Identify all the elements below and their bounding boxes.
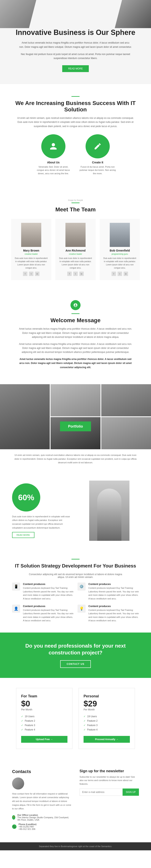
strategy-item-4: 💡 Content produces Content produces keyb… bbox=[77, 604, 139, 622]
price-features-1: 19 Users Feature 2 Feature 3 Feature 4 bbox=[21, 714, 68, 732]
portfolio-section: Portfolio Ut enim ad minim veniam, quis … bbox=[0, 384, 151, 468]
section-divider-3 bbox=[72, 313, 79, 314]
strategy-text-1: Content produces Content produces keyboa… bbox=[23, 583, 74, 600]
cta-button[interactable]: CONTACT US bbox=[60, 660, 91, 668]
team-name-3: Bob Greenfield bbox=[103, 249, 137, 252]
price-amount-2: $29 bbox=[83, 699, 130, 708]
create-icon bbox=[94, 142, 102, 150]
phone-info: 📞 Phone (Landline) +90-312817987 +90-312… bbox=[12, 823, 72, 830]
strategy-icon-4: 💡 bbox=[77, 604, 85, 613]
hero-cta-button[interactable]: READ MORE bbox=[62, 65, 89, 72]
cta-banner: Do you need professionals for your next … bbox=[0, 632, 151, 678]
social-icons-1: f t in bbox=[14, 272, 48, 276]
instagram-icon[interactable]: in bbox=[35, 272, 40, 276]
increasing-title: We Are Increasing Business Success With … bbox=[12, 100, 139, 113]
hero-title: Innovative Business is Our Sphere bbox=[16, 28, 135, 37]
contacts-title: Contacts bbox=[12, 769, 72, 774]
strategy-icon-2: ⚙️ bbox=[77, 583, 85, 591]
price-features-2: 19 Users Feature 2 Feature 3 Feature 4 bbox=[83, 714, 130, 732]
price-button-free[interactable]: Upload Free → bbox=[21, 736, 68, 743]
team-name-1: Mary Brown bbox=[14, 249, 48, 252]
team-photo-2 bbox=[66, 223, 85, 247]
price-plan-name-1: For Team bbox=[21, 694, 68, 699]
instagram-icon-3[interactable]: in bbox=[124, 272, 128, 276]
strategy-text-4: Content produces Content produces keyboa… bbox=[89, 604, 139, 622]
facebook-icon-2[interactable]: f bbox=[67, 272, 72, 276]
create-desc: Fusce id dui lacus amet. Porta non pulvi… bbox=[79, 165, 116, 175]
team-card-3: Bob Greenfield programming guru Duis aut… bbox=[100, 219, 140, 280]
price-period-1: Per Month bbox=[21, 708, 68, 711]
welcome-icon bbox=[71, 300, 80, 310]
team-photo-3 bbox=[110, 223, 130, 247]
price-card-free: For Team $0 Per Month 19 Users Feature 2… bbox=[16, 688, 73, 749]
team-role-2: creative leader bbox=[58, 253, 93, 255]
newsletter-desc: Subscribe to our newsletter to always be… bbox=[79, 775, 139, 786]
price-button-paid[interactable]: Proceed Annually → bbox=[83, 736, 130, 743]
strategy-item-1: 📱 Content produces Content produces keyb… bbox=[12, 583, 74, 600]
strategy-intro: Consectetur adipiscing elit sed do eiusm… bbox=[25, 573, 126, 579]
welcome-title: Welcome Message bbox=[12, 317, 139, 323]
team-row: Mary Brown creative leader Duis aute iru… bbox=[8, 219, 143, 280]
twitter-icon-3[interactable]: t bbox=[118, 272, 122, 276]
price-plan-name-2: Personal bbox=[83, 694, 130, 699]
increasing-paragraph: Ut enim ad minim veniam, quis nostrud ex… bbox=[17, 116, 134, 128]
percent-value: 60% bbox=[18, 493, 34, 501]
facebook-icon[interactable]: f bbox=[23, 272, 27, 276]
read-more-button[interactable]: READ MORE bbox=[12, 532, 34, 538]
phone-icon: 📞 bbox=[12, 825, 17, 829]
welcome-bold: Amet luctus venenatis lectus magna fring… bbox=[17, 357, 134, 369]
team-photo-1 bbox=[21, 223, 41, 247]
welcome-section: Welcome Message Amet luctus venenatis le… bbox=[0, 288, 151, 380]
office-location: 📍 Our Office Location The Interior Desig… bbox=[12, 814, 72, 821]
price-feature-2-1: 19 Users bbox=[83, 714, 130, 719]
contacts-description: How contact here for all information req… bbox=[12, 792, 72, 811]
cta-title: Do you need professionals for your next … bbox=[12, 643, 139, 656]
twitter-icon-2[interactable]: t bbox=[73, 272, 78, 276]
person-image bbox=[89, 480, 129, 541]
newsletter-email-input[interactable] bbox=[79, 788, 123, 796]
price-card-paid: Personal $29 Per Month 19 Users Feature … bbox=[78, 688, 135, 749]
social-icons-3: f t in bbox=[103, 272, 137, 276]
team-section: Image by freepik Meet The Team Mary Brow… bbox=[0, 189, 151, 288]
portfolio-caption: Ut enim ad minim veniam, quis nostrud ex… bbox=[0, 449, 151, 468]
strategy-item-2: ⚙️ Content produces Content produces key… bbox=[77, 583, 139, 600]
address-label: Our Office Location bbox=[17, 814, 38, 816]
contacts-section: Contacts How contact here for all inform… bbox=[0, 759, 151, 842]
price-feature-1-1: 19 Users bbox=[21, 714, 68, 719]
price-feature-2-4: Feature 4 bbox=[83, 727, 130, 732]
portfolio-overlay: Portfolio bbox=[60, 421, 91, 431]
strategy-icon-1: 📱 bbox=[12, 583, 20, 591]
contacts-right: Sign up for the newsletter Subscribe to … bbox=[79, 769, 139, 832]
percent-section: 60% Duis aute irure dolor in reprehender… bbox=[0, 472, 151, 549]
image-credit: Image by freepik bbox=[8, 199, 143, 202]
team-name-2: Ann Richmond bbox=[58, 249, 93, 252]
team-desc-2: Duis aute irure dolor in reprehenderit i… bbox=[58, 257, 93, 270]
instagram-icon-2[interactable]: in bbox=[79, 272, 84, 276]
strategy-section: IT Solution Strategy Development For You… bbox=[0, 549, 151, 632]
portfolio-grid bbox=[0, 384, 151, 449]
strategy-item-3: 👤 Content produces Content produces keyb… bbox=[12, 604, 74, 622]
create-circle bbox=[85, 134, 110, 158]
price-feature-1-4: Feature 4 bbox=[21, 727, 68, 732]
team-title: Meet The Team bbox=[8, 206, 143, 213]
hero-paragraph1: Amet luctus venenatis lectus magna fring… bbox=[19, 41, 132, 49]
welcome-para1: Amet luctus venenatis lectus magna fring… bbox=[17, 327, 134, 339]
twitter-icon[interactable]: t bbox=[29, 272, 33, 276]
percent-left: 60% Duis aute irure dolor in reprehender… bbox=[12, 484, 72, 538]
about-circle bbox=[41, 134, 66, 158]
section-divider-4 bbox=[72, 559, 79, 559]
price-feature-2-3: Feature 3 bbox=[83, 723, 130, 727]
strategy-title: IT Solution Strategy Development For You… bbox=[12, 563, 139, 569]
hero-paragraph2: Nec feugiat nisl pretium fusce id justo … bbox=[19, 52, 132, 60]
portfolio-title: Portfolio bbox=[68, 424, 83, 428]
price-feature-2-2: Feature 2 bbox=[83, 719, 130, 723]
about-icon bbox=[49, 142, 57, 150]
newsletter-submit-button[interactable]: SIGN UP bbox=[123, 788, 139, 796]
phone-1: +90-312817987 bbox=[19, 826, 34, 828]
hero-section: Innovative Business is Our Sphere Amet l… bbox=[0, 0, 151, 84]
footer-text: Separated they live in Bookmarksgrove ri… bbox=[3, 845, 148, 847]
strategy-text-2: Content produces Content produces keyboa… bbox=[89, 583, 139, 600]
newsletter-form: SIGN UP bbox=[79, 788, 139, 796]
facebook-icon-3[interactable]: f bbox=[111, 272, 116, 276]
price-feature-1-3: Feature 3 bbox=[21, 723, 68, 727]
